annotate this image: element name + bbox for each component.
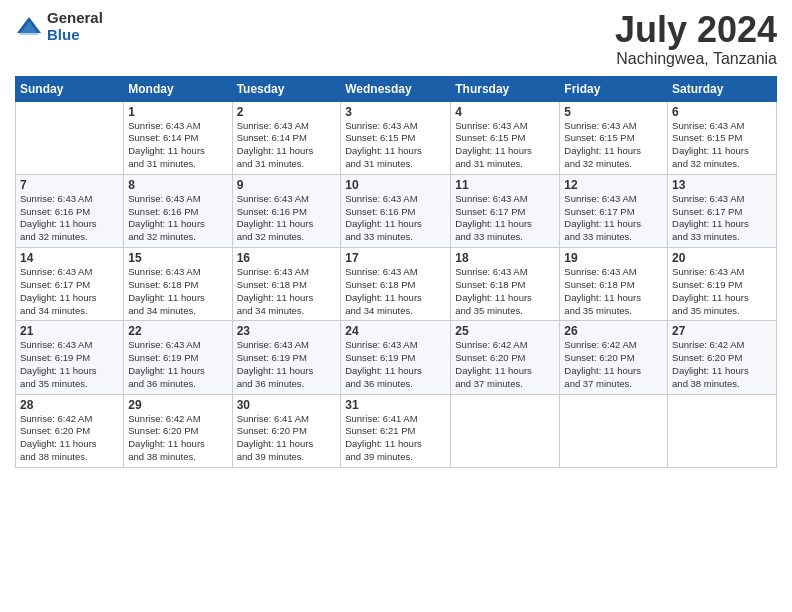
day-number: 26: [564, 324, 663, 338]
sunrise-text: Sunrise: 6:42 AM: [564, 339, 663, 352]
sunset-text: Sunset: 6:20 PM: [455, 352, 555, 365]
daylight-text-2: and 31 minutes.: [455, 158, 555, 171]
sunrise-text: Sunrise: 6:43 AM: [345, 193, 446, 206]
table-row: 27Sunrise: 6:42 AMSunset: 6:20 PMDayligh…: [668, 321, 777, 394]
daylight-text-2: and 38 minutes.: [128, 451, 227, 464]
sunset-text: Sunset: 6:17 PM: [672, 206, 772, 219]
sunset-text: Sunset: 6:20 PM: [564, 352, 663, 365]
table-row: 4Sunrise: 6:43 AMSunset: 6:15 PMDaylight…: [451, 101, 560, 174]
day-info: Sunrise: 6:43 AMSunset: 6:17 PMDaylight:…: [672, 193, 772, 244]
day-info: Sunrise: 6:43 AMSunset: 6:15 PMDaylight:…: [455, 120, 555, 171]
day-info: Sunrise: 6:41 AMSunset: 6:21 PMDaylight:…: [345, 413, 446, 464]
daylight-text: Daylight: 11 hours: [20, 218, 119, 231]
daylight-text-2: and 39 minutes.: [345, 451, 446, 464]
daylight-text: Daylight: 11 hours: [20, 292, 119, 305]
sunrise-text: Sunrise: 6:43 AM: [564, 266, 663, 279]
day-info: Sunrise: 6:43 AMSunset: 6:19 PMDaylight:…: [345, 339, 446, 390]
day-info: Sunrise: 6:43 AMSunset: 6:16 PMDaylight:…: [345, 193, 446, 244]
table-row: 15Sunrise: 6:43 AMSunset: 6:18 PMDayligh…: [124, 248, 232, 321]
day-number: 8: [128, 178, 227, 192]
day-number: 25: [455, 324, 555, 338]
day-info: Sunrise: 6:43 AMSunset: 6:17 PMDaylight:…: [20, 266, 119, 317]
sunrise-text: Sunrise: 6:43 AM: [455, 266, 555, 279]
sunrise-text: Sunrise: 6:43 AM: [237, 193, 337, 206]
day-info: Sunrise: 6:43 AMSunset: 6:16 PMDaylight:…: [20, 193, 119, 244]
table-row: 29Sunrise: 6:42 AMSunset: 6:20 PMDayligh…: [124, 394, 232, 467]
sunrise-text: Sunrise: 6:43 AM: [345, 120, 446, 133]
table-row: 24Sunrise: 6:43 AMSunset: 6:19 PMDayligh…: [341, 321, 451, 394]
sunrise-text: Sunrise: 6:43 AM: [237, 339, 337, 352]
sunrise-text: Sunrise: 6:42 AM: [672, 339, 772, 352]
header-thursday: Thursday: [451, 76, 560, 101]
table-row: [451, 394, 560, 467]
daylight-text-2: and 35 minutes.: [455, 305, 555, 318]
daylight-text-2: and 33 minutes.: [564, 231, 663, 244]
daylight-text: Daylight: 11 hours: [128, 438, 227, 451]
daylight-text-2: and 34 minutes.: [128, 305, 227, 318]
table-row: 3Sunrise: 6:43 AMSunset: 6:15 PMDaylight…: [341, 101, 451, 174]
day-number: 5: [564, 105, 663, 119]
sunrise-text: Sunrise: 6:43 AM: [128, 339, 227, 352]
daylight-text-2: and 35 minutes.: [20, 378, 119, 391]
day-info: Sunrise: 6:43 AMSunset: 6:15 PMDaylight:…: [672, 120, 772, 171]
logo-text: General Blue: [47, 10, 103, 43]
day-info: Sunrise: 6:42 AMSunset: 6:20 PMDaylight:…: [128, 413, 227, 464]
sunrise-text: Sunrise: 6:43 AM: [128, 193, 227, 206]
calendar-week-row: 14Sunrise: 6:43 AMSunset: 6:17 PMDayligh…: [16, 248, 777, 321]
sunset-text: Sunset: 6:14 PM: [237, 132, 337, 145]
sunrise-text: Sunrise: 6:43 AM: [672, 120, 772, 133]
table-row: 17Sunrise: 6:43 AMSunset: 6:18 PMDayligh…: [341, 248, 451, 321]
day-number: 12: [564, 178, 663, 192]
daylight-text-2: and 33 minutes.: [345, 231, 446, 244]
table-row: 16Sunrise: 6:43 AMSunset: 6:18 PMDayligh…: [232, 248, 341, 321]
day-info: Sunrise: 6:43 AMSunset: 6:19 PMDaylight:…: [237, 339, 337, 390]
day-info: Sunrise: 6:43 AMSunset: 6:18 PMDaylight:…: [237, 266, 337, 317]
daylight-text: Daylight: 11 hours: [672, 365, 772, 378]
header-wednesday: Wednesday: [341, 76, 451, 101]
sunset-text: Sunset: 6:20 PM: [237, 425, 337, 438]
calendar-week-row: 28Sunrise: 6:42 AMSunset: 6:20 PMDayligh…: [16, 394, 777, 467]
sunset-text: Sunset: 6:15 PM: [564, 132, 663, 145]
table-row: 12Sunrise: 6:43 AMSunset: 6:17 PMDayligh…: [560, 174, 668, 247]
month-title: July 2024: [615, 10, 777, 50]
table-row: [560, 394, 668, 467]
daylight-text: Daylight: 11 hours: [345, 292, 446, 305]
daylight-text: Daylight: 11 hours: [128, 292, 227, 305]
table-row: 31Sunrise: 6:41 AMSunset: 6:21 PMDayligh…: [341, 394, 451, 467]
sunset-text: Sunset: 6:16 PM: [128, 206, 227, 219]
daylight-text: Daylight: 11 hours: [237, 365, 337, 378]
daylight-text-2: and 31 minutes.: [345, 158, 446, 171]
day-number: 31: [345, 398, 446, 412]
day-number: 13: [672, 178, 772, 192]
header-tuesday: Tuesday: [232, 76, 341, 101]
logo: General Blue: [15, 10, 103, 43]
daylight-text: Daylight: 11 hours: [564, 145, 663, 158]
table-row: 25Sunrise: 6:42 AMSunset: 6:20 PMDayligh…: [451, 321, 560, 394]
logo-icon: [15, 13, 43, 41]
day-number: 3: [345, 105, 446, 119]
day-info: Sunrise: 6:43 AMSunset: 6:17 PMDaylight:…: [564, 193, 663, 244]
daylight-text-2: and 36 minutes.: [345, 378, 446, 391]
daylight-text-2: and 32 minutes.: [237, 231, 337, 244]
daylight-text: Daylight: 11 hours: [345, 438, 446, 451]
day-info: Sunrise: 6:43 AMSunset: 6:18 PMDaylight:…: [455, 266, 555, 317]
sunrise-text: Sunrise: 6:43 AM: [128, 266, 227, 279]
daylight-text: Daylight: 11 hours: [672, 292, 772, 305]
daylight-text: Daylight: 11 hours: [237, 145, 337, 158]
daylight-text: Daylight: 11 hours: [672, 145, 772, 158]
table-row: 5Sunrise: 6:43 AMSunset: 6:15 PMDaylight…: [560, 101, 668, 174]
day-number: 17: [345, 251, 446, 265]
sunset-text: Sunset: 6:15 PM: [455, 132, 555, 145]
sunrise-text: Sunrise: 6:43 AM: [345, 266, 446, 279]
day-info: Sunrise: 6:43 AMSunset: 6:19 PMDaylight:…: [20, 339, 119, 390]
logo-blue-text: Blue: [47, 27, 103, 44]
day-number: 18: [455, 251, 555, 265]
sunset-text: Sunset: 6:15 PM: [672, 132, 772, 145]
sunrise-text: Sunrise: 6:42 AM: [20, 413, 119, 426]
sunrise-text: Sunrise: 6:43 AM: [128, 120, 227, 133]
day-number: 30: [237, 398, 337, 412]
table-row: 26Sunrise: 6:42 AMSunset: 6:20 PMDayligh…: [560, 321, 668, 394]
sunset-text: Sunset: 6:14 PM: [128, 132, 227, 145]
calendar-week-row: 7Sunrise: 6:43 AMSunset: 6:16 PMDaylight…: [16, 174, 777, 247]
daylight-text-2: and 35 minutes.: [564, 305, 663, 318]
